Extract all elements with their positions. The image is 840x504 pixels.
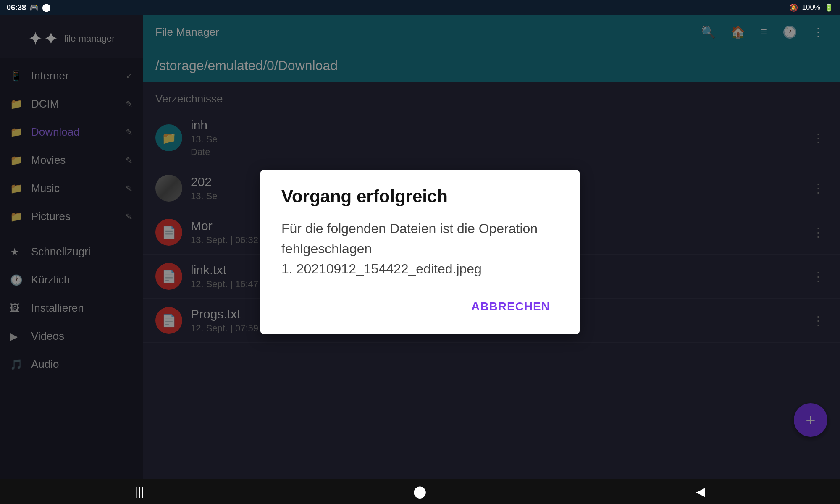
back-button[interactable]: ◀ bbox=[679, 481, 722, 502]
dialog-actions: ABBRECHEN bbox=[281, 296, 559, 318]
dialog-body: Für die folgenden Dateien ist die Operat… bbox=[281, 218, 559, 279]
status-icon-2: ⬤ bbox=[42, 3, 50, 12]
modal-overlay: Vorgang erfolgreich Für die folgenden Da… bbox=[0, 0, 840, 504]
dialog-body-text: Für die folgenden Dateien ist die Operat… bbox=[281, 221, 538, 256]
status-icon-1: 🎮 bbox=[29, 3, 39, 12]
bottom-nav: ||| ⬤ ◀ bbox=[0, 479, 840, 504]
status-bar: 06:38 🎮 ⬤ 🔕 100% 🔋 bbox=[0, 0, 840, 15]
mute-icon: 🔕 bbox=[789, 3, 798, 12]
status-bar-left: 06:38 🎮 ⬤ bbox=[7, 3, 50, 12]
home-button[interactable]: ⬤ bbox=[396, 481, 443, 502]
dialog-failed-file: 1. 20210912_154422_edited.jpeg bbox=[281, 261, 482, 276]
dialog-title: Vorgang erfolgreich bbox=[281, 186, 559, 207]
recent-apps-icon[interactable]: ||| bbox=[118, 481, 161, 501]
success-dialog: Vorgang erfolgreich Für die folgenden Da… bbox=[260, 170, 580, 334]
battery-icon: 🔋 bbox=[824, 3, 833, 12]
battery-percent: 100% bbox=[802, 3, 820, 12]
status-time: 06:38 bbox=[7, 3, 26, 12]
status-bar-right: 🔕 100% 🔋 bbox=[789, 3, 833, 12]
cancel-button[interactable]: ABBRECHEN bbox=[463, 296, 559, 318]
